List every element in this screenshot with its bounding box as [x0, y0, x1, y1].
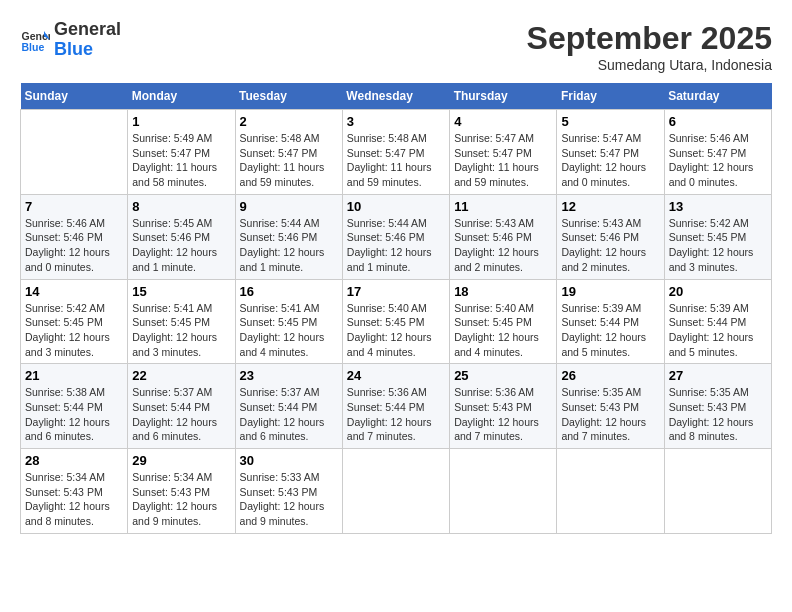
- day-number: 18: [454, 284, 552, 299]
- day-number: 26: [561, 368, 659, 383]
- calendar-cell: 4Sunrise: 5:47 AM Sunset: 5:47 PM Daylig…: [450, 110, 557, 195]
- day-info: Sunrise: 5:39 AM Sunset: 5:44 PM Dayligh…: [669, 301, 767, 360]
- weekday-header-tuesday: Tuesday: [235, 83, 342, 110]
- weekday-header-wednesday: Wednesday: [342, 83, 449, 110]
- calendar-cell: 25Sunrise: 5:36 AM Sunset: 5:43 PM Dayli…: [450, 364, 557, 449]
- calendar-cell: 12Sunrise: 5:43 AM Sunset: 5:46 PM Dayli…: [557, 194, 664, 279]
- calendar-cell: 17Sunrise: 5:40 AM Sunset: 5:45 PM Dayli…: [342, 279, 449, 364]
- day-info: Sunrise: 5:42 AM Sunset: 5:45 PM Dayligh…: [25, 301, 123, 360]
- weekday-header-saturday: Saturday: [664, 83, 771, 110]
- calendar-cell: [664, 449, 771, 534]
- svg-text:Blue: Blue: [22, 40, 45, 52]
- calendar-cell: 19Sunrise: 5:39 AM Sunset: 5:44 PM Dayli…: [557, 279, 664, 364]
- calendar-cell: 24Sunrise: 5:36 AM Sunset: 5:44 PM Dayli…: [342, 364, 449, 449]
- calendar-cell: 13Sunrise: 5:42 AM Sunset: 5:45 PM Dayli…: [664, 194, 771, 279]
- calendar-cell: 27Sunrise: 5:35 AM Sunset: 5:43 PM Dayli…: [664, 364, 771, 449]
- day-number: 24: [347, 368, 445, 383]
- day-number: 6: [669, 114, 767, 129]
- logo-text: General Blue: [54, 20, 121, 60]
- day-info: Sunrise: 5:49 AM Sunset: 5:47 PM Dayligh…: [132, 131, 230, 190]
- calendar-cell: 20Sunrise: 5:39 AM Sunset: 5:44 PM Dayli…: [664, 279, 771, 364]
- day-number: 14: [25, 284, 123, 299]
- day-info: Sunrise: 5:35 AM Sunset: 5:43 PM Dayligh…: [561, 385, 659, 444]
- day-info: Sunrise: 5:43 AM Sunset: 5:46 PM Dayligh…: [454, 216, 552, 275]
- day-info: Sunrise: 5:44 AM Sunset: 5:46 PM Dayligh…: [347, 216, 445, 275]
- day-number: 10: [347, 199, 445, 214]
- calendar-cell: 16Sunrise: 5:41 AM Sunset: 5:45 PM Dayli…: [235, 279, 342, 364]
- month-title: September 2025: [527, 20, 772, 57]
- day-info: Sunrise: 5:47 AM Sunset: 5:47 PM Dayligh…: [454, 131, 552, 190]
- location-subtitle: Sumedang Utara, Indonesia: [527, 57, 772, 73]
- calendar-cell: 18Sunrise: 5:40 AM Sunset: 5:45 PM Dayli…: [450, 279, 557, 364]
- weekday-header-monday: Monday: [128, 83, 235, 110]
- day-number: 17: [347, 284, 445, 299]
- calendar-cell: 15Sunrise: 5:41 AM Sunset: 5:45 PM Dayli…: [128, 279, 235, 364]
- weekday-header-sunday: Sunday: [21, 83, 128, 110]
- calendar-cell: 11Sunrise: 5:43 AM Sunset: 5:46 PM Dayli…: [450, 194, 557, 279]
- calendar-cell: 5Sunrise: 5:47 AM Sunset: 5:47 PM Daylig…: [557, 110, 664, 195]
- title-area: September 2025 Sumedang Utara, Indonesia: [527, 20, 772, 73]
- calendar-cell: [342, 449, 449, 534]
- day-info: Sunrise: 5:41 AM Sunset: 5:45 PM Dayligh…: [132, 301, 230, 360]
- weekday-header-thursday: Thursday: [450, 83, 557, 110]
- calendar-cell: 6Sunrise: 5:46 AM Sunset: 5:47 PM Daylig…: [664, 110, 771, 195]
- day-info: Sunrise: 5:45 AM Sunset: 5:46 PM Dayligh…: [132, 216, 230, 275]
- day-number: 23: [240, 368, 338, 383]
- calendar-cell: [450, 449, 557, 534]
- week-row-1: 1Sunrise: 5:49 AM Sunset: 5:47 PM Daylig…: [21, 110, 772, 195]
- day-info: Sunrise: 5:46 AM Sunset: 5:46 PM Dayligh…: [25, 216, 123, 275]
- day-number: 9: [240, 199, 338, 214]
- calendar-cell: 9Sunrise: 5:44 AM Sunset: 5:46 PM Daylig…: [235, 194, 342, 279]
- day-info: Sunrise: 5:36 AM Sunset: 5:44 PM Dayligh…: [347, 385, 445, 444]
- calendar-cell: 21Sunrise: 5:38 AM Sunset: 5:44 PM Dayli…: [21, 364, 128, 449]
- calendar-cell: 10Sunrise: 5:44 AM Sunset: 5:46 PM Dayli…: [342, 194, 449, 279]
- day-info: Sunrise: 5:37 AM Sunset: 5:44 PM Dayligh…: [132, 385, 230, 444]
- day-number: 13: [669, 199, 767, 214]
- day-info: Sunrise: 5:33 AM Sunset: 5:43 PM Dayligh…: [240, 470, 338, 529]
- day-number: 2: [240, 114, 338, 129]
- logo: General Blue General Blue: [20, 20, 121, 60]
- day-info: Sunrise: 5:35 AM Sunset: 5:43 PM Dayligh…: [669, 385, 767, 444]
- day-info: Sunrise: 5:34 AM Sunset: 5:43 PM Dayligh…: [25, 470, 123, 529]
- day-info: Sunrise: 5:38 AM Sunset: 5:44 PM Dayligh…: [25, 385, 123, 444]
- day-number: 22: [132, 368, 230, 383]
- day-info: Sunrise: 5:40 AM Sunset: 5:45 PM Dayligh…: [454, 301, 552, 360]
- logo-icon: General Blue: [20, 25, 50, 55]
- weekday-header-friday: Friday: [557, 83, 664, 110]
- day-number: 25: [454, 368, 552, 383]
- calendar-cell: 3Sunrise: 5:48 AM Sunset: 5:47 PM Daylig…: [342, 110, 449, 195]
- calendar-cell: [21, 110, 128, 195]
- day-number: 11: [454, 199, 552, 214]
- day-number: 16: [240, 284, 338, 299]
- day-info: Sunrise: 5:43 AM Sunset: 5:46 PM Dayligh…: [561, 216, 659, 275]
- day-info: Sunrise: 5:46 AM Sunset: 5:47 PM Dayligh…: [669, 131, 767, 190]
- day-number: 20: [669, 284, 767, 299]
- day-number: 28: [25, 453, 123, 468]
- calendar-cell: 29Sunrise: 5:34 AM Sunset: 5:43 PM Dayli…: [128, 449, 235, 534]
- calendar-cell: [557, 449, 664, 534]
- calendar-cell: 14Sunrise: 5:42 AM Sunset: 5:45 PM Dayli…: [21, 279, 128, 364]
- day-info: Sunrise: 5:48 AM Sunset: 5:47 PM Dayligh…: [347, 131, 445, 190]
- calendar-cell: 22Sunrise: 5:37 AM Sunset: 5:44 PM Dayli…: [128, 364, 235, 449]
- day-info: Sunrise: 5:48 AM Sunset: 5:47 PM Dayligh…: [240, 131, 338, 190]
- week-row-5: 28Sunrise: 5:34 AM Sunset: 5:43 PM Dayli…: [21, 449, 772, 534]
- day-number: 4: [454, 114, 552, 129]
- calendar-cell: 2Sunrise: 5:48 AM Sunset: 5:47 PM Daylig…: [235, 110, 342, 195]
- day-number: 29: [132, 453, 230, 468]
- week-row-3: 14Sunrise: 5:42 AM Sunset: 5:45 PM Dayli…: [21, 279, 772, 364]
- day-info: Sunrise: 5:36 AM Sunset: 5:43 PM Dayligh…: [454, 385, 552, 444]
- day-number: 27: [669, 368, 767, 383]
- day-number: 7: [25, 199, 123, 214]
- day-info: Sunrise: 5:42 AM Sunset: 5:45 PM Dayligh…: [669, 216, 767, 275]
- day-number: 1: [132, 114, 230, 129]
- day-number: 19: [561, 284, 659, 299]
- day-info: Sunrise: 5:39 AM Sunset: 5:44 PM Dayligh…: [561, 301, 659, 360]
- calendar-cell: 7Sunrise: 5:46 AM Sunset: 5:46 PM Daylig…: [21, 194, 128, 279]
- day-info: Sunrise: 5:40 AM Sunset: 5:45 PM Dayligh…: [347, 301, 445, 360]
- calendar-cell: 30Sunrise: 5:33 AM Sunset: 5:43 PM Dayli…: [235, 449, 342, 534]
- calendar-cell: 26Sunrise: 5:35 AM Sunset: 5:43 PM Dayli…: [557, 364, 664, 449]
- calendar-table: SundayMondayTuesdayWednesdayThursdayFrid…: [20, 83, 772, 534]
- calendar-cell: 28Sunrise: 5:34 AM Sunset: 5:43 PM Dayli…: [21, 449, 128, 534]
- page-header: General Blue General Blue September 2025…: [20, 20, 772, 73]
- weekday-header-row: SundayMondayTuesdayWednesdayThursdayFrid…: [21, 83, 772, 110]
